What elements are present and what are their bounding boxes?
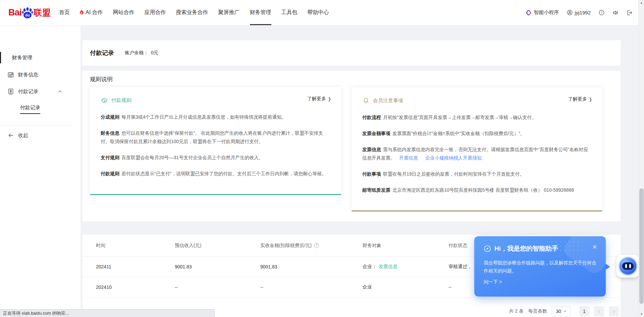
baidu-union-logo[interactable]: Bai du 联盟: [8, 7, 51, 19]
sidebar: 财务管理 财务信息 付款记录: [0, 25, 80, 317]
sidebar-collapse-button[interactable]: 收起: [0, 130, 80, 141]
assistant-title: Hi，我是您的智能助手: [494, 244, 558, 253]
browser-status-bar: 正在等待 xlab.baidu.com 的响应...: [0, 309, 215, 317]
robot-avatar-face: [619, 257, 637, 275]
miniapp-entry[interactable]: 智能小程序: [526, 9, 559, 16]
assistant-body: 我会帮助您诊断合作链路问题，以及解答您关于任何合作相关的问题。: [484, 259, 596, 275]
sound-icon[interactable]: [612, 10, 619, 16]
member-notes-header: 会员注意事项: [362, 97, 592, 104]
scrollbar-thumb[interactable]: [639, 188, 644, 304]
payment-rules-card: ¥ 付款规则 了解更多❯ 分成规则每月第3或4个工作日产出上月分成信息及发票信息…: [90, 87, 341, 195]
rule-item: 付款规则若付款状态显示“已支付”，说明联盟已安排了您的付款。支付后三个工作日内到…: [101, 170, 331, 178]
scrollbar-down-arrow[interactable]: ▼: [639, 311, 644, 317]
nav-item-help-center[interactable]: 帮助中心: [308, 0, 329, 25]
chevron-right-icon: ❯: [328, 97, 331, 102]
nav-items: 首页 AI 合作 网站合作 应用合作 搜索业务合作 聚屏推广 财务管理 工具包 …: [59, 0, 339, 25]
nav-item-home[interactable]: 首页: [59, 0, 70, 25]
page: Bai du 联盟 首页 AI 合作 网站合作 应用合作 搜索业务合作 聚屏推广: [0, 0, 644, 317]
question-circle-icon[interactable]: ?: [314, 243, 319, 248]
help-icon[interactable]: ?: [599, 10, 604, 15]
cell-estimated: 9001.83: [175, 264, 260, 269]
column-header-time: 时间: [96, 243, 175, 249]
cell-finance-target: 企业: [363, 284, 448, 290]
user-icon: [567, 10, 573, 15]
nav-item-app[interactable]: 应用合作: [145, 0, 166, 25]
rule-item: 分成规则每月第3或4个工作日产出上月分成信息及发票信息，如有特殊情况将提前通知。: [101, 113, 331, 121]
page-scrollbar[interactable]: ▲ ▼: [638, 0, 644, 317]
logout-icon[interactable]: [627, 10, 633, 16]
assistant-popup: Hi，我是您的智能助手 ✕ 我会帮助您诊断合作链路问题，以及解答您关于任何合作相…: [474, 236, 606, 297]
account-balance: 账户余额： 0元: [125, 50, 158, 56]
chevron-up-icon[interactable]: [58, 89, 62, 94]
pagination: 共 2 条 每页条数 30 1 ‹ ›: [509, 306, 619, 316]
rule-item: 发票金额事项发票票面“价税合计”金额=系统中“实收金额（扣除税费后/元）”。: [362, 129, 592, 138]
pagination-total: 共 2 条: [509, 308, 524, 314]
sidebar-subitem-payment-record[interactable]: 付款记录: [20, 103, 40, 114]
nav-item-toolkit[interactable]: 工具包: [281, 0, 298, 25]
rule-item: 付款流程月初按“发票信息”页面开具发票→上传发票→邮寄发票→审核→确认支付。: [362, 113, 592, 122]
payment-rules-header: ¥ 付款规则: [101, 97, 331, 104]
bell-icon: [362, 97, 370, 104]
logo-text-bai: Bai: [8, 7, 21, 18]
nav-right: 智能小程序 jyj1992 ?: [526, 9, 633, 16]
column-header-finance-target: 财务对象: [363, 243, 448, 249]
next-page-button[interactable]: ›: [609, 306, 619, 316]
close-icon[interactable]: ✕: [592, 244, 597, 250]
small-taxpayer-notice-link[interactable]: 企业小规模纳税人开票须知: [425, 155, 482, 161]
top-nav: Bai du 联盟 首页 AI 合作 网站合作 应用合作 搜索业务合作 聚屏推广: [0, 0, 644, 25]
svg-text:?: ?: [601, 11, 602, 14]
chevron-right-icon: ❯: [589, 97, 592, 102]
column-header-estimated: 预估收入(元): [175, 243, 260, 249]
cell-time: 202411: [96, 264, 175, 269]
member-notes-more-link[interactable]: 了解更多❯: [568, 96, 592, 102]
rule-item: 发票信息需与系统内发票信息内容完全一致，否则无法支付。请根据发票信息页面中“百度…: [362, 145, 592, 162]
nav-item-ai[interactable]: AI 合作: [80, 0, 103, 25]
rule-item: 支付规则百度联盟会在每月20号—31号支付企业会员上个自然月产生的收入。: [101, 153, 331, 162]
invoice-info-link[interactable]: 发票信息: [379, 264, 397, 270]
nav-item-website[interactable]: 网站合作: [113, 0, 135, 25]
rules-section-card: 规则说明 ¥ 付款规则 了解更多❯ 分成规则每月第3或4个工作日产出上月分成信息…: [83, 71, 621, 221]
per-page-select[interactable]: 30: [552, 306, 571, 316]
nav-item-finance[interactable]: 财务管理: [250, 0, 271, 25]
pagination-per-page-label: 每页条数: [528, 308, 547, 314]
coin-icon: ¥: [101, 97, 108, 104]
cell-time: 202410: [96, 284, 175, 290]
rule-item: 付款事项联盟在每月19日之后签收的发票，付款时间安排在下个月首批支付。: [362, 170, 592, 178]
compass-icon: [484, 245, 491, 252]
baidu-paw-icon: du: [22, 7, 33, 19]
page-number-button[interactable]: 1: [579, 306, 589, 316]
robot-avatar[interactable]: [616, 255, 639, 277]
nav-item-screen-promo[interactable]: 聚屏推广: [218, 0, 240, 25]
rule-item: 邮寄纸质发票北京市海淀区西北旺东路10号院百度科技园5号楼 百度联盟财务组（收）…: [362, 186, 592, 194]
page-title: 付款记录: [90, 49, 114, 57]
balance-label: 账户余额：: [125, 50, 148, 56]
sidebar-item-payment-record[interactable]: 付款记录: [0, 86, 80, 97]
finance-info-icon: [7, 71, 14, 78]
payment-rules-title: 付款规则: [111, 97, 131, 104]
flame-icon: [79, 10, 85, 15]
assistant-popup-pointer: [605, 263, 613, 270]
prev-page-button[interactable]: ‹: [594, 306, 604, 316]
nav-item-search-biz[interactable]: 搜索业务合作: [176, 0, 208, 25]
status-text: 正在等待 xlab.baidu.com 的响应...: [3, 310, 69, 316]
member-notes-card: 会员注意事项 了解更多❯ 付款流程月初按“发票信息”页面开具发票→上传发票→邮寄…: [352, 87, 602, 211]
assistant-ask-link[interactable]: 问一下 >: [484, 279, 596, 285]
sidebar-item-finance-info[interactable]: 财务信息: [0, 69, 80, 80]
payment-rules-more-link[interactable]: 了解更多❯: [307, 96, 331, 102]
svg-text:du: du: [25, 13, 30, 17]
column-header-actual: 实收金额(扣除税费后/元) ?: [260, 243, 363, 249]
miniapp-icon: [526, 10, 532, 16]
member-notes-title: 会员注意事项: [373, 98, 403, 104]
payment-record-icon: [7, 88, 14, 95]
cell-actual: --: [260, 284, 363, 290]
rule-item: 财务信息您可以在财务信息中选择“保留付款”。 在此期间您产生的收入将在账户内进行…: [101, 129, 331, 146]
sidebar-title[interactable]: 财务管理: [0, 52, 80, 63]
cell-finance-target: 企业： 发票信息: [363, 264, 448, 270]
logo-text-union: 联盟: [34, 7, 51, 18]
balance-value: 0元: [151, 50, 158, 56]
cell-actual: 9001.83: [260, 264, 363, 269]
user-account[interactable]: jyj1992: [567, 10, 591, 15]
scrollbar-up-arrow[interactable]: ▲: [639, 0, 644, 6]
sidebar-divider: [0, 125, 72, 126]
invoice-info-link[interactable]: 开票信息: [399, 155, 418, 161]
